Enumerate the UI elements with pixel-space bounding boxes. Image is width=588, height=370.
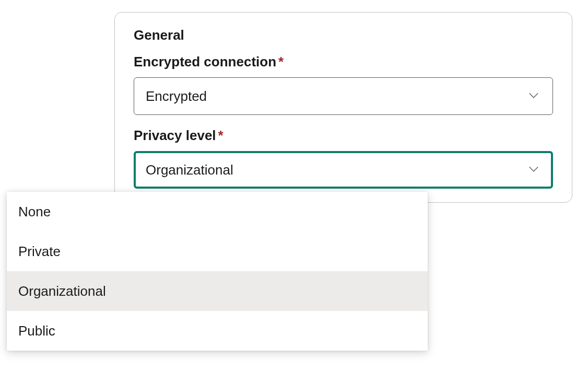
- encrypted-connection-label: Encrypted connection*: [134, 54, 553, 70]
- required-indicator: *: [218, 128, 224, 143]
- option-label: Public: [18, 323, 55, 339]
- option-label: None: [18, 204, 51, 220]
- field-label-text: Encrypted connection: [134, 54, 276, 70]
- privacy-option-none[interactable]: None: [7, 192, 428, 232]
- privacy-option-private[interactable]: Private: [7, 232, 428, 271]
- privacy-option-public[interactable]: Public: [7, 311, 428, 351]
- privacy-level-options-list: None Private Organizational Public: [7, 192, 428, 351]
- panel-title: General: [134, 27, 553, 43]
- privacy-level-dropdown[interactable]: Organizational: [134, 151, 553, 189]
- privacy-level-label: Privacy level*: [134, 128, 553, 144]
- option-label: Organizational: [18, 283, 106, 299]
- encrypted-connection-dropdown[interactable]: Encrypted: [134, 77, 553, 115]
- chevron-down-icon: [526, 88, 541, 105]
- required-indicator: *: [278, 54, 284, 70]
- privacy-level-value: Organizational: [146, 162, 233, 178]
- encrypted-connection-value: Encrypted: [146, 88, 207, 105]
- general-panel: General Encrypted connection* Encrypted …: [114, 12, 572, 203]
- privacy-option-organizational[interactable]: Organizational: [7, 271, 428, 311]
- option-label: Private: [18, 244, 61, 260]
- field-label-text: Privacy level: [134, 128, 216, 143]
- chevron-down-icon: [526, 161, 541, 178]
